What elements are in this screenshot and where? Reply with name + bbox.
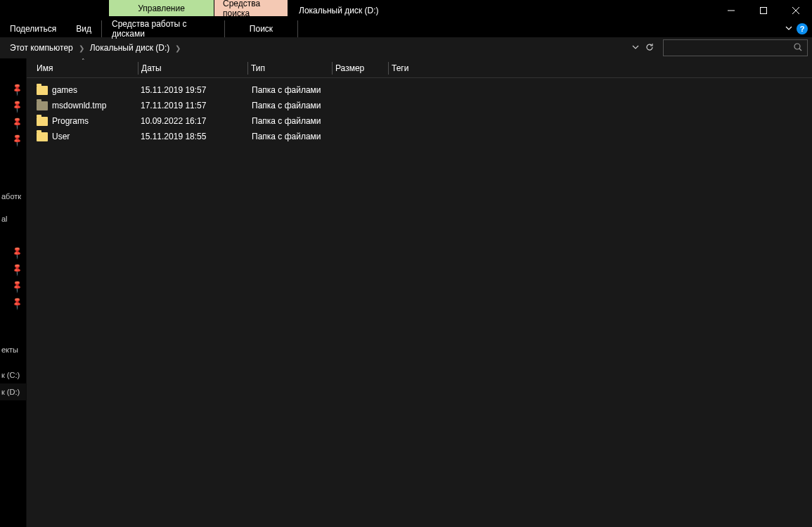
column-headers: Имя ˄ Даты Тип Размер Теги xyxy=(27,58,812,78)
column-header-type[interactable]: Тип xyxy=(247,62,332,75)
folder-icon xyxy=(37,86,48,95)
context-tab-search-tools[interactable]: Средства поиска xyxy=(214,0,288,16)
folder-icon xyxy=(37,117,48,126)
file-date: 10.09.2022 16:17 xyxy=(141,116,252,126)
close-button[interactable] xyxy=(780,0,812,20)
list-item[interactable]: Programs 10.09.2022 16:17 Папка с файлам… xyxy=(27,113,812,129)
search-input[interactable] xyxy=(668,43,793,53)
file-type: Папка с файлами xyxy=(252,132,337,141)
address-history-icon[interactable] xyxy=(632,43,639,53)
file-date: 17.11.2019 11:57 xyxy=(141,101,252,110)
breadcrumb-sep-icon[interactable]: ❯ xyxy=(172,44,183,52)
column-header-date[interactable]: Даты xyxy=(138,62,247,75)
nav-item[interactable]: екты xyxy=(0,341,26,358)
file-name: msdownld.tmp xyxy=(52,101,106,110)
nav-item-selected[interactable]: к (D:) xyxy=(0,383,26,400)
file-date: 15.11.2019 19:57 xyxy=(141,85,252,95)
nav-item[interactable]: аботк xyxy=(0,188,26,205)
column-header-label: Имя xyxy=(37,63,53,73)
file-name: Programs xyxy=(52,116,89,126)
navigation-pane[interactable]: 📌 📌 📌 📌 аботк al 📌 📌 📌 📌 екты к (C:) к (… xyxy=(0,58,27,527)
refresh-icon[interactable] xyxy=(645,42,655,54)
search-icon[interactable] xyxy=(793,42,803,54)
list-item[interactable]: msdownld.tmp 17.11.2019 11:57 Папка с фа… xyxy=(27,98,812,113)
ribbon-tab-share[interactable]: Поделиться xyxy=(0,20,66,37)
file-type: Папка с файлами xyxy=(252,101,337,110)
folder-icon xyxy=(37,132,48,141)
sort-ascending-icon: ˄ xyxy=(82,58,85,65)
svg-line-5 xyxy=(799,49,801,51)
list-item[interactable]: User 15.11.2019 18:55 Папка с файлами xyxy=(27,129,812,144)
ribbon-expand-icon[interactable] xyxy=(785,24,792,34)
list-item[interactable]: games 15.11.2019 19:57 Папка с файлами xyxy=(27,82,812,98)
nav-item[interactable]: к (C:) xyxy=(0,367,26,383)
maximize-button[interactable] xyxy=(747,0,780,20)
window-title: Локальный диск (D:) xyxy=(288,0,390,20)
context-tab-manage[interactable]: Управление xyxy=(109,0,214,16)
column-header-name[interactable]: Имя ˄ xyxy=(37,62,138,75)
search-box[interactable] xyxy=(663,39,808,56)
breadcrumb-sep-icon[interactable]: ❯ xyxy=(76,44,87,52)
address-row: Этот компьютер ❯ Локальный диск (D:) ❯ xyxy=(0,37,812,58)
ribbon-tab-drive-tools[interactable]: Средства работы с дисками xyxy=(102,20,225,37)
file-type: Папка с файлами xyxy=(252,85,337,95)
minimize-button[interactable] xyxy=(715,0,747,20)
file-name: User xyxy=(52,132,70,141)
breadcrumb-root[interactable]: Этот компьютер xyxy=(7,43,76,53)
ribbon-tab-view[interactable]: Вид xyxy=(66,20,102,37)
svg-rect-1 xyxy=(761,7,767,13)
titlebar: Управление Средства поиска Локальный дис… xyxy=(0,0,812,20)
ribbon-tabs: Поделиться Вид Средства работы с дисками… xyxy=(0,20,812,37)
address-bar[interactable]: Этот компьютер ❯ Локальный диск (D:) ❯ xyxy=(4,40,657,56)
nav-item[interactable]: al xyxy=(0,210,26,227)
ribbon-tab-search[interactable]: Поиск xyxy=(225,20,298,37)
file-list[interactable]: games 15.11.2019 19:57 Папка с файлами m… xyxy=(27,78,812,527)
file-view: Имя ˄ Даты Тип Размер Теги games 15.11.2… xyxy=(27,58,812,527)
help-button[interactable]: ? xyxy=(797,23,808,34)
column-header-tags[interactable]: Теги xyxy=(388,62,444,75)
file-type: Папка с файлами xyxy=(252,116,337,126)
breadcrumb-current[interactable]: Локальный диск (D:) xyxy=(87,43,173,53)
file-date: 15.11.2019 18:55 xyxy=(141,132,252,141)
column-header-size[interactable]: Размер xyxy=(332,62,388,75)
svg-point-4 xyxy=(794,44,800,49)
file-name: games xyxy=(52,85,77,95)
folder-icon xyxy=(37,101,48,110)
